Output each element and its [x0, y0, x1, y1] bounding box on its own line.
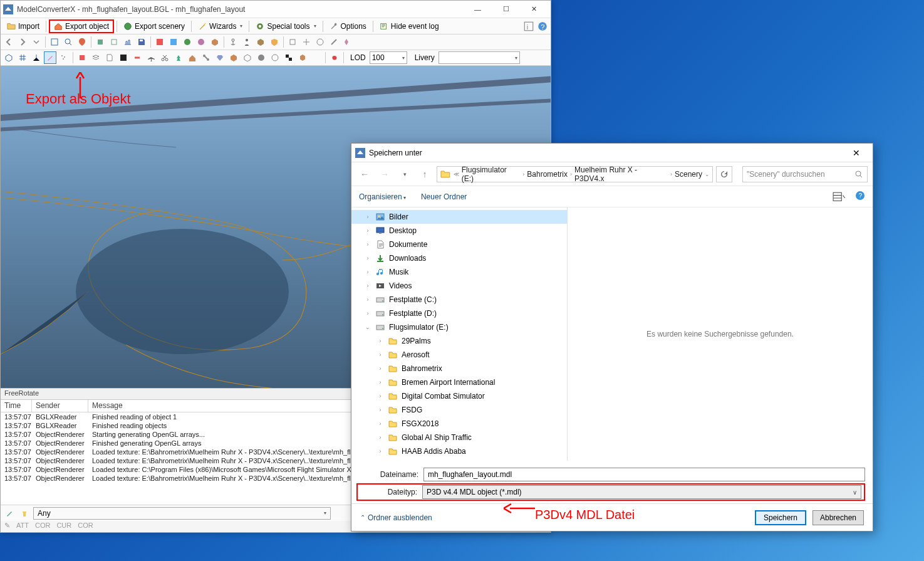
- tree-node[interactable]: ›Festplatte (D:): [351, 307, 567, 320]
- filter-dropdown[interactable]: Any: [33, 507, 331, 520]
- tool-e-icon[interactable]: [341, 36, 354, 48]
- chevron-icon[interactable]: ⌄: [364, 324, 371, 330]
- tree-node[interactable]: ›Festplatte (C:): [351, 293, 567, 307]
- grid-icon[interactable]: [16, 51, 29, 64]
- cube-wire-icon[interactable]: [241, 51, 254, 64]
- globe-icon[interactable]: [181, 36, 194, 48]
- view-options-button[interactable]: [833, 191, 846, 202]
- nav-history-button[interactable]: ▾: [397, 166, 413, 182]
- chevron-left-icon[interactable]: ≪: [454, 171, 459, 177]
- tool-c-icon[interactable]: [314, 36, 326, 48]
- new-folder-button[interactable]: Neuer Ordner: [421, 192, 467, 201]
- tree-node[interactable]: ›Bremen Airport International: [351, 375, 567, 389]
- search-input[interactable]: "Scenery" durchsuchen: [742, 166, 868, 182]
- special-tools-menu[interactable]: Special tools: [252, 19, 319, 33]
- edit-icon[interactable]: [3, 507, 16, 520]
- log-header-sender[interactable]: Sender: [32, 400, 88, 412]
- tree-node[interactable]: ›Global AI Ship Traffic: [351, 431, 567, 444]
- tree-node[interactable]: ›Bahrometrix: [351, 362, 567, 375]
- chevron-icon[interactable]: ›: [364, 310, 371, 317]
- chevron-icon[interactable]: ›: [376, 379, 384, 385]
- tree-node[interactable]: ›FSDG: [351, 403, 567, 417]
- color-wheel-icon[interactable]: [310, 51, 323, 64]
- hide-folders-link[interactable]: Ordner ausblenden: [360, 513, 432, 522]
- view-mode-2-icon[interactable]: [108, 36, 120, 48]
- filetype-dropdown[interactable]: P3D v4.4 MDL object (*.mdl): [422, 485, 861, 499]
- tree-node[interactable]: ›Digital Combat Simulator: [351, 389, 567, 403]
- refresh-button[interactable]: [716, 166, 732, 182]
- chevron-icon[interactable]: ›: [364, 255, 371, 261]
- spray-icon[interactable]: [58, 51, 70, 64]
- chevron-icon[interactable]: ›: [376, 434, 384, 441]
- filename-input[interactable]: mh_flughafen_layout.mdl: [423, 468, 865, 481]
- crumb-3[interactable]: Scenery: [675, 170, 702, 179]
- pencil-icon[interactable]: [44, 51, 56, 64]
- airplane-icon[interactable]: [145, 51, 157, 64]
- folder-tree[interactable]: ›Bilder›Desktop›Dokumente›Downloads›Musi…: [351, 207, 568, 461]
- layers-icon[interactable]: [90, 51, 102, 64]
- minimize-button[interactable]: ―: [464, 1, 492, 18]
- tree-node[interactable]: ›29Palms: [351, 334, 567, 348]
- chevron-icon[interactable]: ›: [376, 448, 384, 454]
- chevron-icon[interactable]: ›: [364, 214, 371, 220]
- strawberry-icon[interactable]: [328, 51, 341, 64]
- nav-up-button[interactable]: ↑: [417, 166, 433, 182]
- hex-icon[interactable]: [296, 51, 309, 64]
- home-icon[interactable]: [186, 51, 199, 64]
- locate-icon[interactable]: [76, 36, 88, 48]
- close-button[interactable]: ✕: [520, 1, 548, 18]
- chevron-icon[interactable]: ›: [364, 241, 371, 248]
- shield-icon[interactable]: [268, 36, 281, 48]
- chevron-icon[interactable]: ›: [376, 338, 384, 344]
- cancel-button[interactable]: Abbrechen: [812, 510, 864, 525]
- cube3d-icon[interactable]: [227, 51, 240, 64]
- chevron-icon[interactable]: ›: [364, 283, 371, 289]
- chevron-icon[interactable]: ›: [364, 296, 371, 303]
- log-header-time[interactable]: Time: [1, 400, 32, 412]
- flashlight-icon[interactable]: [18, 507, 31, 520]
- nav-dropdown-icon[interactable]: [30, 36, 43, 48]
- box-icon[interactable]: [209, 36, 221, 48]
- help-button[interactable]: ?: [855, 191, 865, 202]
- chevron-icon[interactable]: ›: [364, 269, 371, 275]
- nav-forward-icon[interactable]: [16, 36, 29, 48]
- tree-node[interactable]: ›Desktop: [351, 224, 567, 238]
- export-scenery-button[interactable]: Export scenery: [120, 19, 189, 33]
- livery-dropdown[interactable]: [439, 51, 520, 64]
- texture-icon[interactable]: [153, 36, 166, 48]
- view-mode-3-icon[interactable]: [122, 36, 134, 48]
- tree-node[interactable]: ⌄Flugsimulator (E:): [351, 320, 567, 334]
- tree-node[interactable]: ›FSGX2018: [351, 417, 567, 431]
- bg-icon[interactable]: [117, 51, 130, 64]
- gem-icon[interactable]: [214, 51, 226, 64]
- chevron-icon[interactable]: ›: [376, 393, 384, 399]
- chevron-down-icon[interactable]: ⌄: [705, 171, 710, 177]
- square-tool-icon[interactable]: [76, 51, 88, 64]
- bone-icon[interactable]: [200, 51, 212, 64]
- minus-icon[interactable]: [131, 51, 143, 64]
- crumb-2[interactable]: Muelheim Ruhr X - P3DV4.x: [574, 165, 668, 183]
- nav-back-button[interactable]: ←: [356, 166, 373, 182]
- import-button[interactable]: Import: [3, 19, 43, 33]
- tree-node[interactable]: ›HAAB Addis Ababa: [351, 444, 567, 458]
- nav-fwd-button[interactable]: →: [376, 166, 393, 182]
- tree-node[interactable]: ›Videos: [351, 279, 567, 293]
- tree-icon[interactable]: [172, 51, 185, 64]
- tool-a-icon[interactable]: [286, 36, 299, 48]
- lod-dropdown[interactable]: 100: [370, 51, 407, 64]
- chevron-icon[interactable]: ›: [376, 365, 384, 372]
- maximize-button[interactable]: ☐: [492, 1, 520, 18]
- chevron-icon[interactable]: ›: [376, 421, 384, 427]
- tree-node[interactable]: ›Musik: [351, 265, 567, 279]
- tree-node[interactable]: ›Dokumente: [351, 238, 567, 251]
- person-icon[interactable]: [241, 36, 253, 48]
- cube-tool-icon[interactable]: [254, 36, 267, 48]
- save-button[interactable]: Speichern: [755, 510, 806, 525]
- sphere2-icon[interactable]: [269, 51, 281, 64]
- tree-node[interactable]: ›Aerosoft: [351, 348, 567, 362]
- zoom-icon[interactable]: [62, 36, 75, 48]
- export-object-button[interactable]: Export object: [49, 19, 114, 33]
- hide-event-log-button[interactable]: Hide event log: [376, 19, 443, 33]
- crumb-1[interactable]: Bahrometrix: [527, 170, 568, 179]
- chevron-icon[interactable]: ›: [376, 407, 384, 413]
